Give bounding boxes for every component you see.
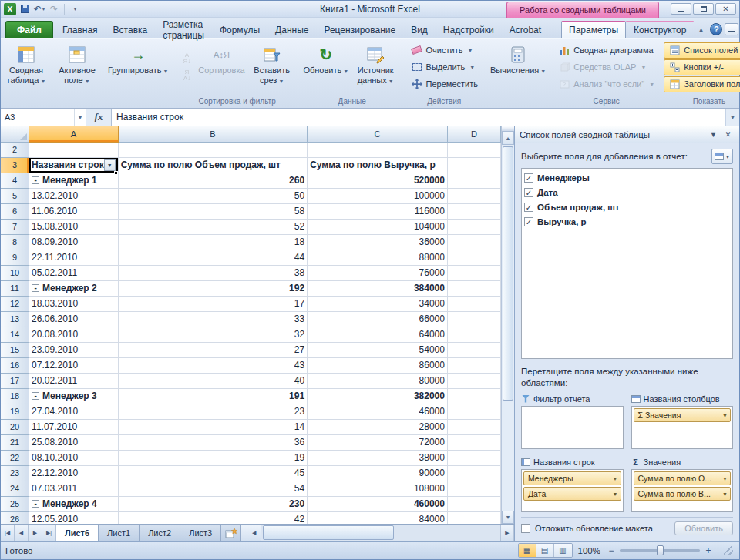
ribbon-tab-1[interactable]: Вставка	[106, 21, 156, 38]
cell-C20[interactable]: 28000	[308, 419, 448, 434]
qat-customize-icon[interactable]: ▾	[69, 3, 81, 15]
cell-C17[interactable]: 80000	[308, 373, 448, 388]
help-icon[interactable]: ?	[710, 23, 722, 35]
cell-D9[interactable]	[447, 250, 500, 265]
data-source-button[interactable]: Источник данных▼	[350, 41, 402, 87]
tab-file[interactable]: Файл	[5, 21, 53, 38]
next-sheet-icon[interactable]: ▶	[29, 525, 42, 541]
cell-D11[interactable]	[447, 280, 500, 296]
cell-C10[interactable]: 76000	[308, 265, 448, 280]
cell-C23[interactable]: 90000	[308, 465, 448, 481]
row-header-11[interactable]: 11	[1, 280, 29, 296]
cell-B10[interactable]: 38	[118, 265, 308, 280]
cell-D17[interactable]	[447, 373, 500, 388]
cell-A20[interactable]: 11.07.2010	[29, 419, 119, 434]
cell-A4[interactable]: -Менеджер 1	[29, 173, 119, 188]
field-item-0[interactable]: ✓Менеджеры	[524, 170, 730, 185]
defer-checkbox[interactable]	[521, 524, 530, 533]
cell-C9[interactable]: 88000	[308, 250, 448, 265]
cell-B6[interactable]: 58	[118, 203, 308, 219]
cell-D23[interactable]	[447, 465, 500, 481]
row-header-20[interactable]: 20	[1, 419, 29, 434]
collapse-icon[interactable]: -	[32, 284, 39, 292]
cell-D10[interactable]	[447, 265, 500, 280]
normal-view-icon[interactable]: ▦	[519, 544, 536, 557]
vertical-scroll-thumb[interactable]	[503, 146, 513, 401]
cell-D12[interactable]	[447, 296, 500, 311]
cell-A3[interactable]: Названия строк▼	[29, 157, 119, 173]
row-header-4[interactable]: 4	[1, 173, 29, 188]
cell-B12[interactable]: 17	[118, 296, 308, 311]
zoom-level[interactable]: 100%	[578, 546, 600, 555]
clear-button[interactable]: Очистить▼	[406, 42, 483, 59]
cell-B8[interactable]: 18	[118, 234, 308, 250]
sheet-tab-2[interactable]: Лист2	[140, 525, 180, 541]
row-header-7[interactable]: 7	[1, 219, 29, 234]
ribbon-tab-4[interactable]: Данные	[267, 21, 316, 38]
cell-D25[interactable]	[447, 496, 500, 511]
what-if-button[interactable]: ?Анализ "что если"▼	[553, 76, 659, 92]
row-header-17[interactable]: 17	[1, 373, 29, 388]
zoom-out-icon[interactable]: −	[606, 545, 617, 556]
cell-D18[interactable]	[447, 388, 500, 404]
name-box-dropdown-icon[interactable]: ▼	[75, 109, 86, 126]
calculations-button[interactable]: Вычисления▼	[487, 41, 549, 77]
cell-A2[interactable]	[29, 142, 119, 157]
row-header-8[interactable]: 8	[1, 234, 29, 250]
cell-A10[interactable]: 05.02.2011	[29, 265, 119, 280]
cell-D20[interactable]	[447, 419, 500, 434]
row-header-14[interactable]: 14	[1, 327, 29, 342]
cell-A8[interactable]: 08.09.2010	[29, 234, 119, 250]
cell-B22[interactable]: 19	[118, 450, 308, 465]
cell-C4[interactable]: 520000	[308, 173, 448, 188]
row-header-23[interactable]: 23	[1, 465, 29, 481]
update-button[interactable]: Обновить	[674, 521, 733, 535]
cell-A15[interactable]: 23.09.2010	[29, 342, 119, 357]
prev-sheet-icon[interactable]: ◀	[15, 525, 29, 541]
cell-B20[interactable]: 14	[118, 419, 308, 434]
cell-C8[interactable]: 36000	[308, 234, 448, 250]
row-header-21[interactable]: 21	[1, 434, 29, 450]
pane-menu-icon[interactable]: ▼	[707, 129, 720, 141]
cell-B7[interactable]: 52	[118, 219, 308, 234]
select-all-corner[interactable]	[1, 126, 29, 142]
cell-A17[interactable]: 20.02.2011	[29, 373, 119, 388]
row-header-24[interactable]: 24	[1, 481, 29, 496]
area-field-values-1[interactable]: Сумма по полю В...▼	[634, 487, 732, 501]
checkbox-icon[interactable]: ✓	[524, 203, 533, 212]
insert-sheet-icon[interactable]	[221, 525, 241, 541]
cell-A5[interactable]: 13.02.2010	[29, 188, 119, 203]
cell-A18[interactable]: -Менеджер 3	[29, 388, 119, 404]
minimize-icon[interactable]	[671, 3, 691, 15]
pivot-table-button[interactable]: Сводная таблица▼	[3, 41, 49, 87]
page-break-view-icon[interactable]: ▥	[554, 544, 572, 557]
row-header-15[interactable]: 15	[1, 342, 29, 357]
cell-D26[interactable]	[447, 511, 500, 524]
cell-D3[interactable]	[447, 157, 500, 173]
zoom-thumb[interactable]	[657, 545, 664, 555]
cell-D8[interactable]	[447, 234, 500, 250]
close-icon[interactable]: ✕	[715, 3, 736, 15]
row-header-19[interactable]: 19	[1, 404, 29, 419]
checkbox-icon[interactable]: ✓	[524, 173, 533, 183]
cell-D13[interactable]	[447, 311, 500, 327]
page-layout-view-icon[interactable]: ▤	[536, 544, 554, 557]
cell-A6[interactable]: 11.06.2010	[29, 203, 119, 219]
filter-dropdown-icon[interactable]: ▼	[104, 159, 116, 171]
olap-tools-button[interactable]: Средства OLAP▼	[553, 59, 659, 75]
cell-B2[interactable]	[118, 142, 308, 157]
cell-D4[interactable]	[447, 173, 500, 188]
cell-A19[interactable]: 27.04.2010	[29, 404, 119, 419]
cell-C24[interactable]: 108000	[308, 481, 448, 496]
cell-A26[interactable]: 12.05.2010	[29, 511, 119, 524]
scroll-up-icon[interactable]: ▲	[502, 132, 514, 145]
cell-C22[interactable]: 38000	[308, 450, 448, 465]
active-field-button[interactable]: Активное поле▼	[54, 41, 100, 87]
column-header-D[interactable]: D	[447, 126, 500, 142]
collapse-icon[interactable]: -	[32, 176, 39, 184]
cell-C6[interactable]: 116000	[308, 203, 448, 219]
cell-D5[interactable]	[447, 188, 500, 203]
row-header-3[interactable]: 3	[1, 157, 29, 173]
cell-B23[interactable]: 45	[118, 465, 308, 481]
column-header-C[interactable]: C	[308, 126, 448, 142]
